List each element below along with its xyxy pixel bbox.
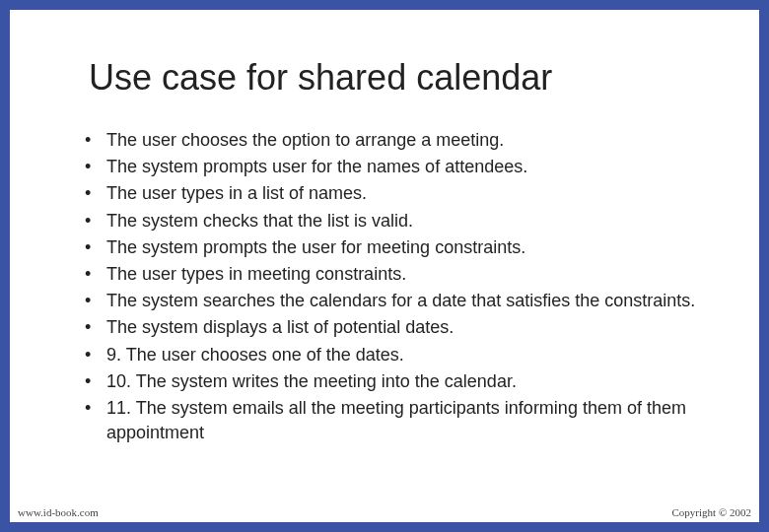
- slide: Use case for shared calendar The user ch…: [0, 0, 769, 532]
- list-item: The user types in meeting constraints.: [79, 262, 710, 287]
- list-item: 11. The system emails all the meeting pa…: [79, 396, 710, 445]
- list-item: The system prompts user for the names of…: [79, 155, 710, 179]
- list-item: The user types in a list of names.: [79, 181, 710, 206]
- list-item: The system searches the calendars for a …: [79, 289, 710, 313]
- list-item: 9. The user chooses one of the dates.: [79, 343, 710, 367]
- list-item: The system prompts the user for meeting …: [79, 235, 710, 260]
- list-item: The system checks that the list is valid…: [79, 209, 710, 233]
- footer-url: www.id-book.com: [18, 506, 99, 518]
- list-item: 10. The system writes the meeting into t…: [79, 369, 710, 394]
- list-item: The system displays a list of potential …: [79, 315, 710, 340]
- list-item: The user chooses the option to arrange a…: [79, 128, 710, 153]
- footer-copyright: Copyright © 2002: [672, 506, 751, 518]
- slide-title: Use case for shared calendar: [89, 57, 710, 99]
- bullet-list: The user chooses the option to arrange a…: [59, 128, 710, 445]
